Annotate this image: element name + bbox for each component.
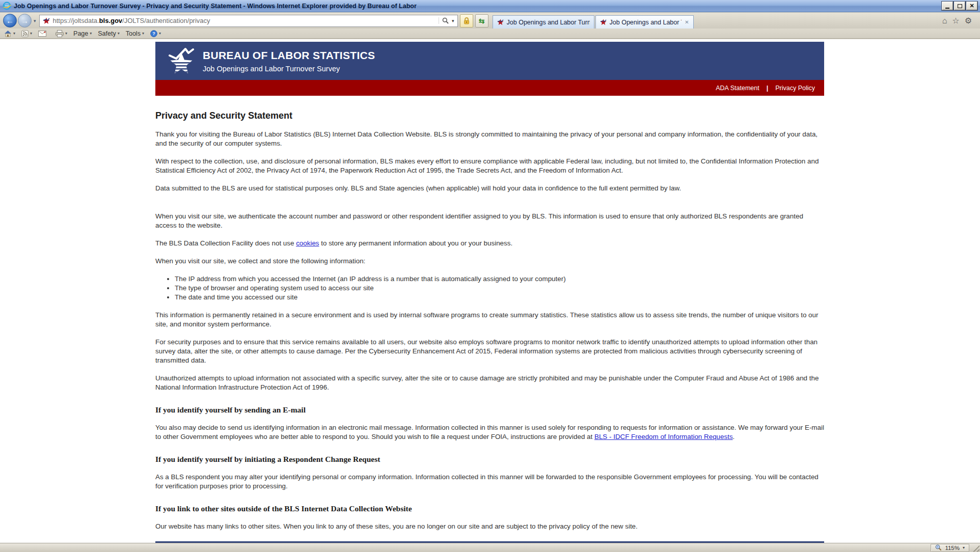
paragraph-change-request: As a BLS respondent you may alter your i… [155,473,824,491]
paragraph-statistical-purposes: Data submitted to the BLS are used for s… [155,184,824,193]
security-lock-button[interactable] [460,14,473,27]
navigation-bar: ← → ▾ https://joltsdata.bls.gov/JOLTS/au… [0,13,980,29]
tab-label: Job Openings and Labor Tur... [610,19,682,26]
bls-header-text: BUREAU OF LABOR STATISTICS Job Openings … [203,49,375,73]
foia-requests-link[interactable]: BLS - IDCF Freedom of Information Reques… [594,433,733,440]
list-item: The IP address from which you accessed t… [175,274,824,284]
feeds-button[interactable]: ▾ [21,30,32,37]
caret-down-icon: ▾ [13,31,15,36]
bls-site-header: BUREAU OF LABOR STATISTICS Job Openings … [155,42,824,80]
caret-down-icon: ▾ [30,31,32,36]
bls-favicon [600,19,607,25]
back-button[interactable]: ← [3,14,17,27]
ie-logo-icon [3,2,11,10]
caret-down-icon: ▾ [118,31,120,36]
home-menu-button[interactable]: ▾ [4,30,15,37]
link-separator: | [767,85,769,92]
paragraph-authentication: When you visit our site, we authenticate… [155,212,824,230]
resize-grip[interactable] [971,544,979,552]
privacy-policy-link[interactable]: Privacy Policy [775,85,815,92]
favorites-star-icon[interactable]: ☆ [952,16,959,25]
section-heading-change-request: If you identify yourself by initiating a… [155,455,824,464]
bls-survey-subtitle: Job Openings and Labor Turnover Survey [203,65,375,73]
section-heading-other-sites: If you link to other sites outside of th… [155,504,824,513]
paragraph-retention: This information is permanently retained… [155,311,824,329]
url-scheme: https://joltsdata. [53,17,99,24]
paragraph-security-monitoring: For security purposes and to ensure that… [155,338,824,365]
command-bar: ▾ ▾ ▾ Page ▾ Safety ▾ Tools ▾ [0,29,980,39]
tab-label: Job Openings and Labor Turnov... [507,19,590,26]
caret-down-icon: ▾ [90,31,92,36]
safety-menu-label: Safety [98,30,116,37]
bls-favicon [497,19,504,25]
compatibility-view-button[interactable]: ⇆ [475,14,488,27]
email-text-after: . [733,433,735,440]
section-heading-email: If you identify yourself by sending an E… [155,405,824,415]
tab-jolts-1[interactable]: Job Openings and Labor Turnov... [493,15,594,29]
zoom-level-label: 115% [945,545,960,551]
collected-info-list: The IP address from which you accessed t… [175,274,824,302]
restore-button[interactable] [954,2,965,10]
zoom-magnifier-icon [935,544,942,551]
paragraph-federal-law: With respect to the collection, use, and… [155,157,824,175]
paragraph-cookies: The BLS Data Collection Facility does no… [155,239,824,248]
tab-close-icon[interactable]: ✕ [685,19,689,25]
window-title: Job Openings and Labor Turnover Survey -… [14,3,938,10]
history-caret-icon[interactable]: ▾ [34,18,36,23]
forward-button[interactable]: → [18,14,32,27]
url-text: https://joltsdata.bls.gov/JOLTS/authenti… [53,17,439,24]
page-content: BUREAU OF LABOR STATISTICS Job Openings … [155,42,824,543]
search-caret-icon[interactable]: ▾ [452,18,454,23]
settings-gear-icon[interactable]: ⚙ [965,16,972,25]
svg-text:?: ? [152,31,155,36]
printer-icon [56,30,64,37]
page-menu-label: Page [73,30,88,37]
paragraph-intro: Thank you for visiting the Bureau of Lab… [155,130,824,148]
bls-favicon [43,17,50,24]
tools-menu-label: Tools [126,30,141,37]
minimize-icon [945,8,949,9]
paragraph-other-sites: Our website has many links to other site… [155,522,824,531]
url-domain: bls.gov [99,17,123,24]
page-menu[interactable]: Page ▾ [73,30,92,37]
red-link-bar: ADA Statement | Privacy Policy [155,80,824,96]
close-button[interactable]: ✕ [966,2,977,10]
ada-statement-link[interactable]: ADA Statement [716,85,759,92]
paragraph-unauthorized: Unauthorized attempts to upload informat… [155,374,824,392]
home-icon[interactable]: ⌂ [942,16,947,25]
list-item: The type of browser and operating system… [175,284,824,293]
print-button[interactable]: ▾ [56,30,67,37]
title-bar: Job Openings and Labor Turnover Survey -… [0,0,980,12]
caret-down-icon: ▾ [159,31,161,36]
paragraph-collect-info: When you visit our site, we collect and … [155,257,824,266]
url-path: /JOLTS/authentication/privacy [122,17,210,24]
zoom-caret-icon: ▾ [963,545,965,550]
tab-strip: Job Openings and Labor Turnov... Job Ope… [493,13,695,29]
tools-menu[interactable]: Tools ▾ [126,30,144,37]
close-icon: ✕ [969,3,974,9]
cookies-text-after: to store any permanent information about… [319,239,513,247]
read-mail-button[interactable] [38,31,46,37]
status-bar: 115% ▾ [0,543,980,552]
bls-star-logo-icon [169,47,194,75]
privacy-statement-document: Privacy and Security Statement Thank you… [155,110,824,543]
address-bar[interactable]: https://joltsdata.bls.gov/JOLTS/authenti… [39,15,458,27]
minimize-button[interactable] [942,2,953,10]
help-menu[interactable]: ? ▾ [150,30,161,37]
rss-feed-icon [21,30,29,37]
home-icon [4,30,12,37]
search-icon[interactable] [442,17,449,24]
page-title: Privacy and Security Statement [155,110,824,121]
compatibility-arrows-icon: ⇆ [479,17,485,25]
browser-viewport: BUREAU OF LABOR STATISTICS Job Openings … [0,39,980,543]
cookies-link[interactable]: cookies [296,239,319,247]
bls-brand-title: BUREAU OF LABOR STATISTICS [203,49,375,62]
caret-down-icon: ▾ [65,31,67,36]
help-icon: ? [150,30,157,37]
mail-icon [38,31,46,37]
safety-menu[interactable]: Safety ▾ [98,30,119,37]
caret-down-icon: ▾ [142,31,144,36]
tab-jolts-2[interactable]: Job Openings and Labor Tur... ✕ [595,15,694,29]
list-item: The date and time you accessed our site [175,293,824,302]
zoom-control[interactable]: 115% ▾ [931,544,969,552]
